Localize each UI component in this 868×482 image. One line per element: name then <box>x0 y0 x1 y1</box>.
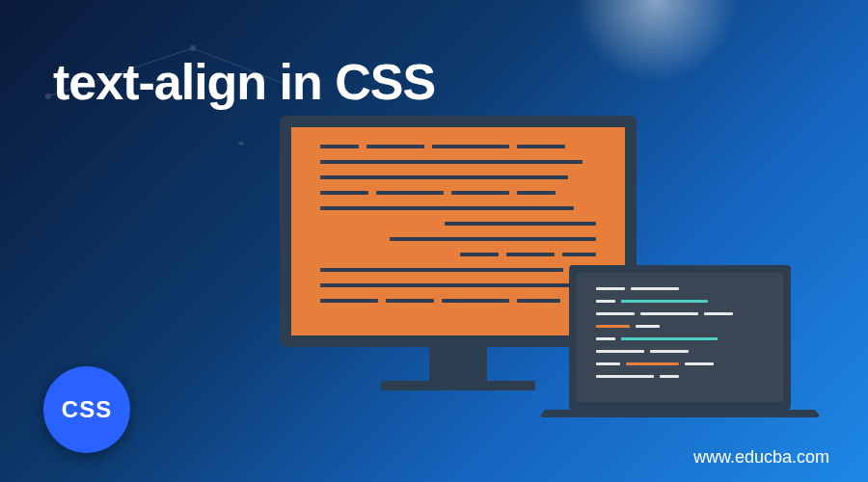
page-title: text-align in CSS <box>53 53 435 111</box>
website-url: www.educba.com <box>693 447 829 468</box>
css-badge-label: CSS <box>62 396 112 423</box>
css-badge-icon: CSS <box>43 366 130 453</box>
svg-point-13 <box>238 142 244 145</box>
laptop-illustration-icon <box>569 265 815 421</box>
svg-point-23 <box>190 45 196 51</box>
svg-point-22 <box>45 94 51 99</box>
laptop-screen <box>569 265 791 410</box>
